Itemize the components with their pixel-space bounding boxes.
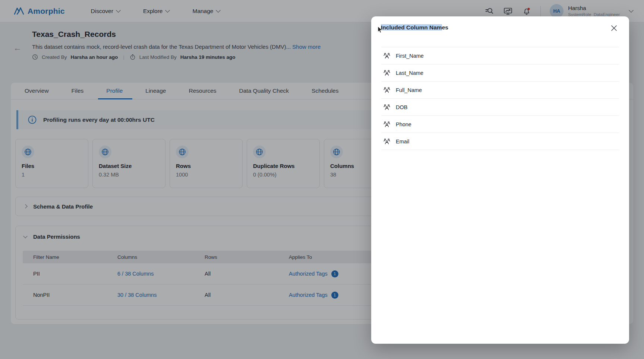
mouse-cursor — [378, 26, 383, 34]
column-name: Phone — [396, 121, 411, 127]
column-name: Email — [396, 139, 409, 144]
list-item: Email — [381, 133, 619, 150]
included-column-names-modal: Included Column Names First_Name — [371, 16, 629, 344]
list-item: Phone — [381, 116, 619, 133]
column-name: DOB — [396, 104, 407, 110]
user-group-icon — [383, 52, 391, 59]
user-group-icon — [383, 121, 391, 128]
user-group-icon — [383, 138, 391, 145]
column-name: First_Name — [396, 53, 424, 59]
selected-text: Included Column Nam — [381, 24, 442, 31]
modal-header: Included Column Names — [371, 16, 629, 47]
list-item: Full_Name — [381, 82, 619, 99]
column-names-list: First_Name Last_Name — [381, 47, 619, 150]
column-name: Last_Name — [396, 70, 423, 76]
close-icon[interactable] — [609, 23, 619, 33]
user-group-icon — [383, 69, 391, 76]
list-item: First_Name — [381, 47, 619, 64]
column-name: Full_Name — [396, 87, 422, 93]
app-screen: Amorphic Discover Explore Manage — [0, 0, 644, 359]
list-item: Last_Name — [381, 64, 619, 82]
list-item: DOB — [381, 99, 619, 116]
user-group-icon — [383, 104, 391, 111]
unselected-text: es — [442, 24, 448, 31]
modal-title: Included Column Names — [381, 24, 448, 31]
user-group-icon — [383, 86, 391, 93]
